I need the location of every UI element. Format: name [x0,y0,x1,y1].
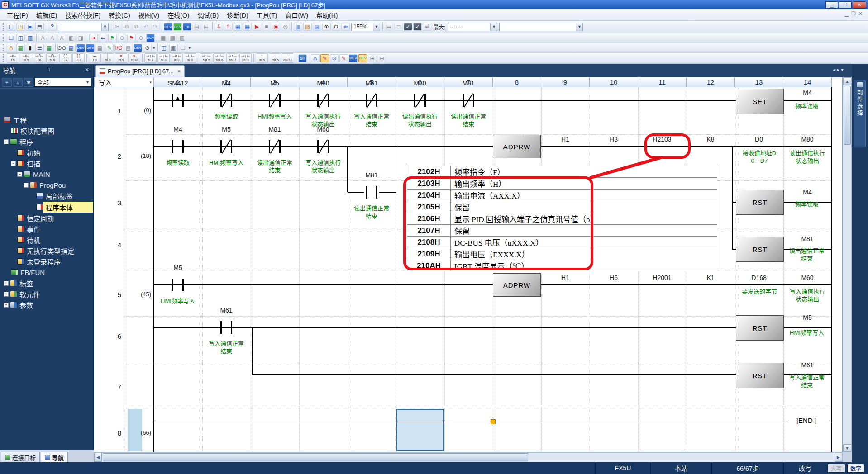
tree-expand-icon[interactable]: ⫨ [13,78,23,87]
program-check-icon[interactable]: ▥ [294,23,302,31]
closed-contact-m60[interactable] [315,140,331,153]
step-run-icon[interactable]: ⏎ [423,23,431,31]
edit-mode-icon[interactable]: ✎ [320,54,329,62]
tree-item-parameter[interactable]: +参数 [4,299,33,310]
ladder-mode-cell[interactable]: 写入 ▾ [94,77,154,87]
zoom-combo[interactable]: 155%▼ [351,23,380,31]
tree-item-project[interactable]: 工程 [4,114,27,125]
comment-display-icon[interactable]: ▤ [385,23,393,31]
device-memory-icon[interactable]: +0 [183,23,191,31]
vertical-scrollbar[interactable]: ▲ ▼ [843,77,852,452]
doc-next-icon[interactable]: ◨ [76,34,85,42]
io-check-icon[interactable]: I/O [114,44,123,52]
horizontal-scrollbar[interactable]: ◀ ▶ [94,452,843,462]
font-increase-icon[interactable]: A [38,34,47,42]
expand-box-icon[interactable]: + [4,281,9,286]
device-list-icon[interactable]: ▤ [168,34,177,42]
pulse-rise-close-button[interactable]: ⊣↑⊢aF7 [171,53,183,63]
parallel-closed-contact-button[interactable]: ⊣/⊢sF6 [46,53,58,63]
font-decrease-icon[interactable]: A [48,34,57,42]
watch-window-combo[interactable]: ▼ [499,23,583,31]
paste-icon[interactable]: ⧉ [132,23,141,31]
mdi-window-controls[interactable]: ▁❐✕ [844,11,865,17]
menu-project[interactable]: 工程(P) [3,9,32,21]
toolbar-grip[interactable] [3,34,5,41]
monitor-stop-icon[interactable]: ■ [262,23,271,31]
tree-item-unregistered[interactable]: 未登录程序 [17,256,61,267]
tab-connection-target[interactable]: 连接目标 [1,452,40,462]
cascade-windows-icon[interactable]: ❏ [7,34,15,42]
tree-item-no-exec-type[interactable]: 无执行类型指定 [17,245,74,256]
tree-item-event[interactable]: 事件 [17,223,40,234]
closed-contact-button[interactable]: ⊣/⊢F6 [33,53,45,63]
horizontal-line-button[interactable]: ─F9 [89,53,101,63]
branch-insert-icon[interactable]: ⫛ [311,54,320,62]
zoom-fit-icon[interactable]: ⇹ [341,23,350,31]
toolbar-grip[interactable] [3,23,5,31]
expand-box-icon[interactable]: + [4,303,9,308]
closed-contact-m60[interactable] [315,94,331,107]
bookmark-set-icon[interactable]: ⚑ [108,34,117,42]
delete-hline-button[interactable]: ✕cF9 [115,53,127,63]
undo-icon[interactable]: ↶ [142,23,150,31]
rise-conversion-button[interactable]: ↑aF5 [256,53,268,63]
tree-item-program-body[interactable]: 程序本体 [36,202,73,213]
bookmark-find-icon[interactable]: ⊙ [118,34,126,42]
application-instruction-button[interactable]: [ ]F8 [72,53,85,63]
edit-label-icon[interactable]: ✎ [105,44,114,52]
open-contact-m81[interactable] [364,186,379,199]
tab-progpou[interactable]: ProgPou [PRG] [LD] 67... × [95,65,185,77]
scroll-right-icon[interactable]: ▶ [835,453,842,462]
menu-edit[interactable]: 编辑(E) [32,9,62,21]
zoom-combo-arrow-icon[interactable]: ▼ [373,23,380,31]
collapse-box-icon[interactable]: − [17,172,22,177]
module-config-icon[interactable]: ▦ [16,44,25,52]
pin-icon[interactable]: ⊤ [46,67,53,73]
tree-item-initial[interactable]: 初始 [17,147,40,158]
tree-item-fbfun[interactable]: FB/FUN [11,267,45,278]
workspace-2-icon[interactable]: ▣ [169,44,178,52]
watch-icon[interactable]: ◉ [272,23,280,31]
rst-instruction-block[interactable]: RST [736,190,784,215]
save-project-icon[interactable]: ▣ [26,23,34,31]
tree-item-fixed-cycle[interactable]: 恒定周期 [17,213,54,223]
help-icon[interactable]: ? [48,23,57,31]
device-tree-icon[interactable]: DEV [86,44,95,52]
device-monitor-icon[interactable]: DEV [134,44,142,52]
watch-list-icon[interactable]: ▦ [45,44,53,52]
build-icon[interactable]: ▧ [303,23,312,31]
simulation-icon[interactable]: ▨ [124,44,133,52]
redo-icon[interactable]: ↷ [151,23,160,31]
menu-search-replace[interactable]: 搜索/替换(F) [61,9,105,21]
font-default-icon[interactable]: A [57,34,66,42]
monitor-start-icon[interactable]: ▶ [253,23,261,31]
bookmark-search-icon[interactable]: ⊙ [137,34,145,42]
workspace-3-icon[interactable]: ❏ [179,44,187,52]
search-combo[interactable]: ▼ [58,23,109,31]
tree-item-module-config[interactable]: 模块配置图 [11,125,54,136]
plc-verify-icon[interactable]: ▦ [234,23,242,31]
device-jump-icon[interactable]: DEV [358,54,367,62]
collapse-box-icon[interactable]: − [24,183,29,188]
collapse-box-icon[interactable]: − [4,139,9,144]
navigation-window-icon[interactable]: ⫚ [7,44,15,52]
device-comment-list-icon[interactable]: DEV [76,44,85,52]
plc-read-icon[interactable]: ⇧ [224,23,233,31]
plc-unit-icon[interactable]: ▮ [26,44,34,52]
tree-item-main[interactable]: −MAIN [17,169,50,180]
tree-item-local-label[interactable]: 局部标签 [36,190,73,201]
device-find-icon[interactable]: ⊙ [143,44,152,52]
mode-dropdown-icon[interactable]: ▾ [149,80,152,85]
scroll-left-icon[interactable]: ◀ [94,453,102,462]
expand-box-icon[interactable]: + [4,292,9,297]
max-combo[interactable]: -------▼ [448,23,497,31]
tree-filter-select[interactable]: 全部 ▼ [34,78,91,87]
tree-item-standby[interactable]: 待机 [17,234,40,245]
parallel-pulse-rise-close-button[interactable]: ⊣↑⊢saF7 [226,53,238,63]
tree-item-program[interactable]: −程序 [4,136,33,147]
settings-gear-icon[interactable]: ✱ [24,78,33,87]
statement-display-icon[interactable]: □ [394,23,403,31]
parallel-open-contact-button[interactable]: ⊣⊢sF5 [20,53,32,63]
fall-conversion-button[interactable]: ↓caF5 [269,53,281,63]
cross-ref-icon[interactable]: ▦ [159,34,167,42]
